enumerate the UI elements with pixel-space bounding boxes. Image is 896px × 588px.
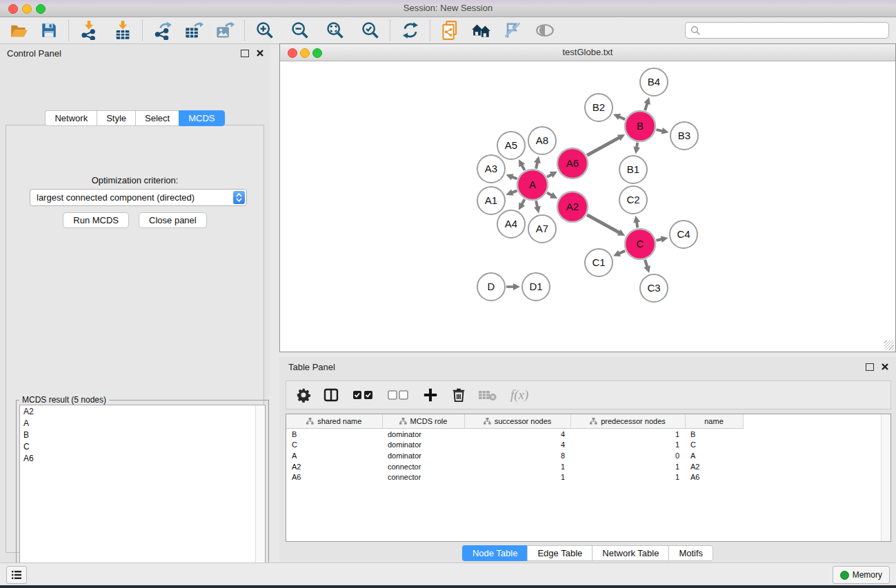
column-header-name[interactable]: name xyxy=(685,414,743,429)
import-table-icon[interactable] xyxy=(112,20,133,41)
refresh-icon[interactable] xyxy=(400,20,421,41)
cell[interactable]: A xyxy=(286,450,382,461)
save-session-icon[interactable] xyxy=(39,20,59,41)
network-maximize-icon[interactable] xyxy=(312,48,322,58)
tab-select[interactable]: Select xyxy=(135,110,179,126)
node-table[interactable]: shared nameMCDS rolesuccessor nodesprede… xyxy=(286,414,891,542)
result-item[interactable]: A6 xyxy=(20,452,265,464)
result-item[interactable]: A xyxy=(20,417,265,429)
cell[interactable]: A6 xyxy=(685,472,743,483)
tab-edge-table[interactable]: Edge Table xyxy=(527,545,592,561)
node-B4[interactable]: B4 xyxy=(640,68,668,96)
open-session-icon[interactable] xyxy=(8,20,29,41)
hide-annotations-icon[interactable] xyxy=(502,20,523,41)
cell[interactable]: A2 xyxy=(685,461,743,472)
result-item[interactable]: B xyxy=(20,429,265,440)
home-layouts-icon[interactable] xyxy=(471,20,492,41)
zoom-fit-icon[interactable] xyxy=(325,20,346,41)
result-item[interactable]: C xyxy=(20,440,265,452)
table-scrollbar[interactable] xyxy=(881,414,890,541)
float-panel-icon[interactable] xyxy=(241,50,249,57)
search-field[interactable] xyxy=(685,22,889,39)
cell[interactable]: 4 xyxy=(464,440,570,451)
show-hide-icon[interactable] xyxy=(535,20,555,41)
cell[interactable]: 1 xyxy=(464,472,570,483)
cell[interactable]: 1 xyxy=(570,472,685,483)
export-network-icon[interactable] xyxy=(152,20,173,41)
node-C2[interactable]: C2 xyxy=(619,186,647,214)
node-A7[interactable]: A7 xyxy=(528,215,556,243)
column-header-MCDS-role[interactable]: MCDS role xyxy=(382,414,464,429)
optimization-criterion-select[interactable]: largest connected component (directed) xyxy=(30,189,247,206)
table-row[interactable]: A6connector11A6 xyxy=(286,472,881,483)
cell[interactable]: connector xyxy=(382,472,464,483)
cell[interactable]: A6 xyxy=(286,472,382,483)
cell[interactable]: 8 xyxy=(464,450,570,461)
tab-network-table[interactable]: Network Table xyxy=(592,545,668,561)
select-all-columns-icon[interactable] xyxy=(352,389,373,401)
result-item[interactable]: A2 xyxy=(20,405,265,417)
cell[interactable]: A2 xyxy=(286,461,382,472)
cell[interactable]: connector xyxy=(382,461,464,472)
network-close-icon[interactable] xyxy=(288,48,297,58)
network-minimize-icon[interactable] xyxy=(300,48,310,58)
tab-network[interactable]: Network xyxy=(45,110,97,126)
export-image-icon[interactable] xyxy=(215,20,235,41)
node-C1[interactable]: C1 xyxy=(585,249,613,276)
column-header-shared-name[interactable]: shared name xyxy=(286,414,382,429)
delete-column-icon[interactable] xyxy=(451,387,466,403)
node-A6[interactable]: A6 xyxy=(557,148,588,179)
edge-A2-C[interactable] xyxy=(587,215,620,233)
minimize-window-icon[interactable] xyxy=(22,4,32,14)
cell[interactable]: 1 xyxy=(570,429,685,440)
cell[interactable]: 1 xyxy=(570,461,685,472)
cell[interactable]: dominator xyxy=(382,429,464,440)
export-table-icon[interactable] xyxy=(183,20,204,41)
tab-node-table[interactable]: Node Table xyxy=(462,545,528,561)
column-header-successor-nodes[interactable]: successor nodes xyxy=(464,414,570,429)
show-columns-icon[interactable] xyxy=(323,387,339,403)
zoom-selected-icon[interactable] xyxy=(360,20,381,41)
node-A[interactable]: A xyxy=(517,170,548,200)
import-network-icon[interactable] xyxy=(79,20,99,41)
node-A1[interactable]: A1 xyxy=(477,187,505,214)
cell[interactable]: dominator xyxy=(382,440,464,451)
network-canvas[interactable]: B4B2BB3A5A8A6A3AA1B1C2A4A7A2CC4C1C3DD1 xyxy=(281,61,895,351)
node-B1[interactable]: B1 xyxy=(619,156,647,183)
duplicate-network-icon[interactable] xyxy=(440,20,461,41)
column-header-predecessor-nodes[interactable]: predecessor nodes xyxy=(570,414,685,429)
cell[interactable]: B xyxy=(286,429,382,440)
maximize-window-icon[interactable] xyxy=(36,4,46,14)
run-mcds-button[interactable]: Run MCDS xyxy=(63,212,129,228)
close-window-icon[interactable] xyxy=(8,4,18,14)
table-settings-gear-icon[interactable] xyxy=(296,387,311,403)
table-row[interactable]: A2connector11A2 xyxy=(286,461,881,472)
cell[interactable]: C xyxy=(286,440,382,451)
tab-motifs[interactable]: Motifs xyxy=(668,545,713,561)
cell[interactable]: dominator xyxy=(382,450,464,461)
float-table-panel-icon[interactable] xyxy=(866,363,874,371)
mcds-result-list[interactable]: A2ABCA6 xyxy=(19,405,266,588)
close-panel-button[interactable]: Close panel xyxy=(139,212,207,228)
cell[interactable]: C xyxy=(685,440,743,451)
tab-mcds[interactable]: MCDS xyxy=(179,110,224,126)
node-D1[interactable]: D1 xyxy=(522,273,550,301)
node-C[interactable]: C xyxy=(625,229,655,259)
cell[interactable]: 1 xyxy=(570,440,685,451)
edge-A6-B[interactable] xyxy=(587,137,620,155)
zoom-out-icon[interactable] xyxy=(290,20,310,41)
node-A4[interactable]: A4 xyxy=(497,210,525,238)
table-row[interactable]: Cdominator41C xyxy=(286,440,881,451)
node-B2[interactable]: B2 xyxy=(585,94,613,121)
node-C4[interactable]: C4 xyxy=(670,221,697,248)
node-B3[interactable]: B3 xyxy=(670,122,698,150)
search-input[interactable] xyxy=(703,23,888,37)
resize-grip-icon[interactable] xyxy=(884,341,894,350)
node-B[interactable]: B xyxy=(625,111,655,141)
node-A5[interactable]: A5 xyxy=(497,132,525,159)
deselect-all-columns-icon[interactable] xyxy=(388,389,408,401)
node-C3[interactable]: C3 xyxy=(640,274,668,302)
node-D[interactable]: D xyxy=(477,273,505,301)
table-row[interactable]: Bdominator41B xyxy=(286,429,881,440)
cell[interactable]: 4 xyxy=(464,429,570,440)
